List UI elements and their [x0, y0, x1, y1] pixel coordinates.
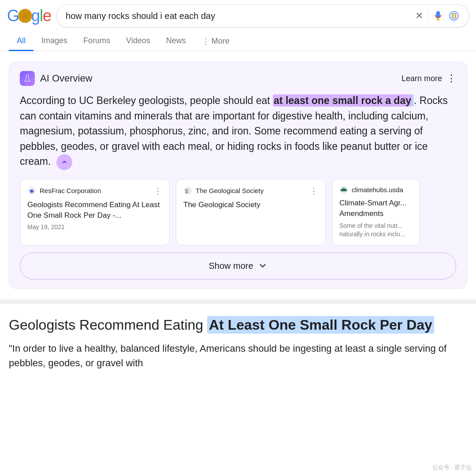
ai-flask-icon — [20, 71, 35, 86]
ai-text-plain: According to UC Berkeley geologists, peo… — [20, 95, 273, 106]
source-card-1-header: ResFrac Corporation ⋮ — [27, 186, 162, 196]
top-bar: Ggle ✕ — [0, 0, 476, 32]
google-logo[interactable]: Ggle — [7, 7, 51, 25]
ai-overview-text: According to UC Berkeley geologists, peo… — [20, 93, 456, 170]
source-card-1[interactable]: ResFrac Corporation ⋮ Geologists Recomme… — [20, 179, 170, 245]
result-snippet: "In order to live a healthy, balanced li… — [9, 341, 467, 370]
source-favicon-3 — [339, 186, 348, 194]
nav-tabs: All Images Forums Videos News ⋮ More — [0, 32, 476, 51]
source-card-2[interactable]: $ The Geological Society ⋮ The Geologica… — [176, 179, 326, 245]
search-divider — [428, 10, 428, 22]
source-card-3[interactable]: climatehubs.usda Climate-Smart Agr...Ame… — [332, 179, 420, 245]
svg-text:$: $ — [185, 188, 189, 194]
svg-rect-10 — [342, 188, 346, 189]
clear-icon[interactable]: ✕ — [415, 10, 423, 22]
tab-all[interactable]: All — [9, 32, 33, 51]
more-dots-icon: ⋮ — [202, 37, 210, 46]
svg-point-3 — [453, 15, 455, 17]
tab-more[interactable]: ⋮ More — [194, 32, 238, 51]
ai-overview-title: AI Overview — [40, 73, 93, 84]
source-favicon-1 — [27, 186, 36, 195]
ai-overview-title-group: AI Overview — [20, 71, 93, 86]
source-snippet-3: Some of the vital nutr...naturally in ro… — [339, 222, 413, 239]
source-name-1: ResFrac Corporation — [40, 187, 101, 194]
search-result-section: Geologists Recommend Eating At Least One… — [0, 304, 476, 379]
source-favicon-2: $ — [183, 186, 192, 195]
tab-videos[interactable]: Videos — [118, 32, 158, 51]
source-name-group-1: ResFrac Corporation — [27, 186, 101, 195]
tab-forums[interactable]: Forums — [75, 32, 118, 51]
google-logo-cookie — [18, 9, 32, 23]
ai-text-highlight1: at least one small rock a day — [273, 94, 412, 107]
chevron-down-icon — [258, 261, 268, 271]
ai-overview-actions: Learn more ⋮ — [402, 73, 456, 84]
search-box[interactable]: ✕ — [56, 4, 469, 27]
source-title-1: Geologists Recommend Eating At Least One… — [27, 200, 162, 221]
source-date-1: May 19, 2021 — [27, 223, 162, 231]
collapse-button[interactable] — [56, 154, 72, 170]
svg-point-5 — [30, 190, 33, 192]
source-title-2: The Geological Society — [183, 200, 318, 210]
tab-news[interactable]: News — [158, 32, 194, 51]
source-name-group-3: climatehubs.usda — [339, 186, 403, 194]
source-title-3: Climate-Smart Agr...Amendments — [339, 198, 413, 219]
svg-rect-9 — [341, 189, 347, 191]
ai-overview-header: AI Overview Learn more ⋮ — [20, 71, 456, 86]
search-input[interactable] — [66, 11, 411, 21]
ai-menu-icon[interactable]: ⋮ — [446, 73, 456, 84]
source-card-3-header: climatehubs.usda — [339, 186, 413, 194]
watermark: 公众号 · 星子位 — [432, 464, 472, 472]
source-menu-1[interactable]: ⋮ — [153, 186, 162, 196]
source-name-3: climatehubs.usda — [352, 186, 403, 193]
tab-images[interactable]: Images — [33, 32, 75, 51]
source-card-2-header: $ The Geological Society ⋮ — [183, 186, 318, 196]
source-cards: ResFrac Corporation ⋮ Geologists Recomme… — [20, 179, 456, 245]
show-more-button[interactable]: Show more — [20, 253, 456, 279]
show-more-label: Show more — [208, 261, 253, 271]
source-name-group-2: $ The Geological Society — [183, 186, 264, 195]
result-title-plain: Geologists Recommend Eating — [9, 317, 207, 333]
result-title-highlight: At Least One Small Rock Per Day — [207, 316, 434, 334]
voice-search-icon[interactable] — [432, 10, 444, 22]
lens-search-icon[interactable] — [448, 10, 460, 22]
source-name-2: The Geological Society — [196, 187, 264, 194]
source-menu-2[interactable]: ⋮ — [309, 186, 318, 196]
learn-more-button[interactable]: Learn more — [402, 74, 442, 83]
section-divider — [0, 299, 476, 304]
result-title: Geologists Recommend Eating At Least One… — [9, 316, 467, 335]
ai-overview-section: AI Overview Learn more ⋮ According to UC… — [9, 62, 467, 289]
